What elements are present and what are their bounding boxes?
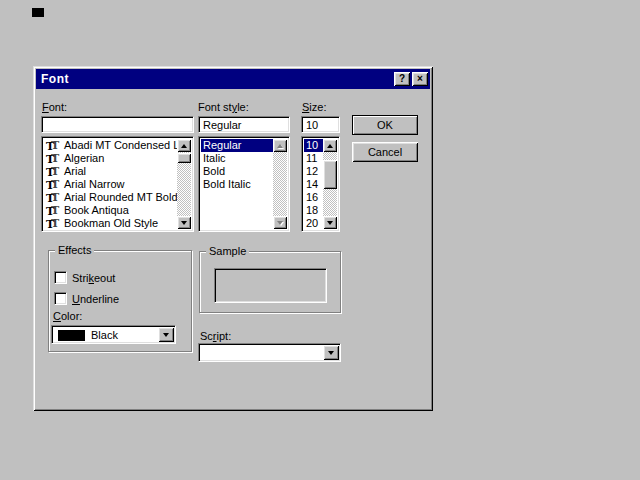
color-value: Black <box>91 329 118 341</box>
dropdown-button[interactable] <box>158 327 174 342</box>
titlebar[interactable]: Font ? × <box>36 69 430 89</box>
label-text: ont: <box>49 101 67 113</box>
size-list-rows: 10111214161820 <box>304 139 323 229</box>
cancel-button[interactable]: Cancel <box>352 142 418 162</box>
label-mnemonic: C <box>53 310 61 322</box>
strikeout-label[interactable]: Strikeout <box>72 272 115 284</box>
label-mnemonic: F <box>42 101 49 113</box>
font-list-item[interactable]: TT Arial <box>44 165 177 178</box>
font-list-item[interactable]: TT Algerian <box>44 152 177 165</box>
label-mnemonic: U <box>72 293 80 305</box>
font-style-list-item[interactable]: Bold Italic <box>201 178 273 191</box>
size-value: 20 <box>306 217 318 229</box>
color-label: Color: <box>53 310 82 322</box>
scroll-down-button[interactable] <box>323 216 337 229</box>
arrow-up-icon <box>327 144 333 148</box>
style-name: Bold <box>203 165 225 178</box>
scroll-down-button[interactable] <box>177 216 191 229</box>
size-list-item[interactable]: 16 <box>304 191 323 204</box>
scroll-up-button[interactable] <box>323 139 337 152</box>
font-list-item[interactable]: TT Arial Rounded MT Bold <box>44 191 177 204</box>
font-name: Abadi MT Condensed L <box>64 139 177 152</box>
size-value: 16 <box>306 191 318 204</box>
size-list-item[interactable]: 20 <box>304 217 323 229</box>
arrow-up-icon <box>277 144 283 148</box>
font-style-list[interactable]: RegularItalicBoldBold Italic <box>198 136 290 232</box>
close-button[interactable]: × <box>412 72 428 86</box>
size-list-item[interactable]: 10 <box>304 139 323 152</box>
truetype-icon: TT <box>46 205 61 217</box>
font-style-list-item[interactable]: Bold <box>201 165 273 178</box>
size-scrollbar[interactable] <box>323 139 337 229</box>
arrow-down-icon <box>277 221 283 225</box>
font-style-list-rows: RegularItalicBoldBold Italic <box>201 139 273 229</box>
style-name: Italic <box>203 152 226 165</box>
font-list-item[interactable]: TT Bookman Old Style <box>44 217 177 229</box>
size-input[interactable] <box>301 116 340 133</box>
size-value: 10 <box>306 139 318 152</box>
scroll-up-button-disabled <box>273 139 287 152</box>
label-text: Font st <box>198 101 232 113</box>
ok-button[interactable]: OK <box>352 115 418 135</box>
font-input[interactable] <box>41 116 194 133</box>
font-name: Book Antiqua <box>64 204 129 217</box>
font-name: Arial Rounded MT Bold <box>64 191 177 204</box>
sample-preview <box>214 268 327 303</box>
scroll-thumb[interactable] <box>177 153 191 163</box>
font-style-input[interactable] <box>198 116 290 133</box>
arrow-down-icon <box>328 351 334 355</box>
script-label: Script: <box>200 330 231 343</box>
size-label: Size: <box>302 101 326 114</box>
color-swatch <box>58 330 85 341</box>
font-style-scrollbar[interactable] <box>273 139 287 229</box>
size-value: 11 <box>306 152 317 165</box>
screen-artifact <box>32 8 44 17</box>
font-list-item[interactable]: TT Abadi MT Condensed L <box>44 139 177 152</box>
underline-label[interactable]: Underline <box>72 293 119 305</box>
sample-group-title: Sample <box>206 245 249 257</box>
arrow-up-icon <box>181 144 187 148</box>
font-name: Algerian <box>64 152 104 165</box>
script-dropdown[interactable] <box>198 343 341 362</box>
font-list-item[interactable]: TT Arial Narrow <box>44 178 177 191</box>
font-name: Arial Narrow <box>64 178 125 191</box>
titlebar-buttons: ? × <box>394 72 428 86</box>
size-list[interactable]: 10111214161820 <box>301 136 340 232</box>
size-value: 12 <box>306 165 318 178</box>
font-label: Font: <box>42 101 67 114</box>
arrow-down-icon <box>163 333 169 337</box>
effects-group: Effects Strikeout Underline Color: Black <box>48 250 192 352</box>
truetype-icon: TT <box>46 153 61 165</box>
font-name: Bookman Old Style <box>64 217 158 229</box>
close-icon: × <box>417 74 423 84</box>
font-list[interactable]: TT Abadi MT Condensed L TT Algerian TT A… <box>41 136 194 232</box>
label-text: le: <box>237 101 249 113</box>
dialog-title: Font <box>41 72 69 86</box>
scroll-thumb[interactable] <box>323 160 337 189</box>
scroll-up-button[interactable] <box>177 139 191 152</box>
color-dropdown[interactable]: Black <box>51 325 176 344</box>
label-text: eout <box>94 272 115 284</box>
help-button[interactable]: ? <box>394 72 410 86</box>
arrow-down-icon <box>181 221 187 225</box>
truetype-icon: TT <box>46 218 61 230</box>
font-list-scrollbar[interactable] <box>177 139 191 229</box>
size-list-item[interactable]: 12 <box>304 165 323 178</box>
underline-checkbox[interactable] <box>54 292 67 305</box>
help-icon: ? <box>399 74 405 84</box>
desktop: Font ? × Font: Font style: Size: TT Abad… <box>0 0 640 480</box>
size-list-item[interactable]: 11 <box>304 152 323 165</box>
scroll-down-button-disabled <box>273 216 287 229</box>
strikeout-checkbox[interactable] <box>54 271 67 284</box>
size-list-item[interactable]: 18 <box>304 204 323 217</box>
size-value: 14 <box>306 178 318 191</box>
font-style-list-item[interactable]: Regular <box>201 139 273 152</box>
style-name: Regular <box>203 139 242 152</box>
font-list-item[interactable]: TT Book Antiqua <box>44 204 177 217</box>
sample-group: Sample <box>199 251 341 313</box>
truetype-icon: TT <box>46 192 61 204</box>
font-name: Arial <box>64 165 86 178</box>
size-list-item[interactable]: 14 <box>304 178 323 191</box>
font-style-list-item[interactable]: Italic <box>201 152 273 165</box>
dropdown-button[interactable] <box>323 345 339 360</box>
